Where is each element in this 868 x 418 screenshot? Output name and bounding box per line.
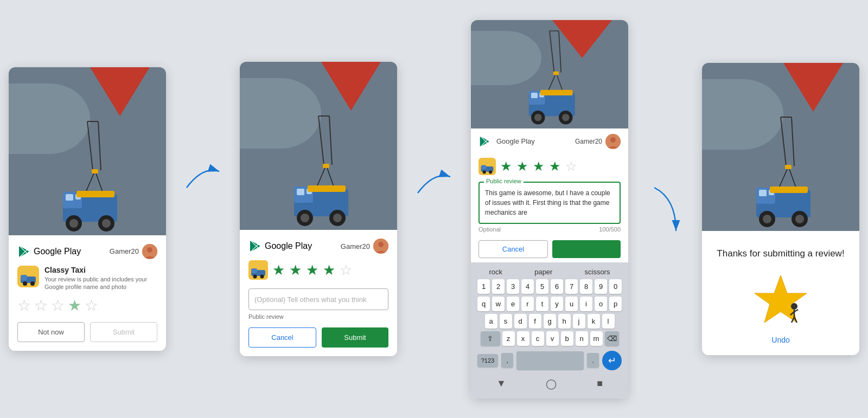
svg-point-82 [795, 215, 804, 223]
key-y[interactable]: y [551, 297, 563, 311]
key-w[interactable]: w [492, 297, 505, 311]
suggestion-rock[interactable]: rock [489, 268, 503, 276]
key-r[interactable]: r [521, 297, 534, 311]
nav-circle[interactable]: ◯ [539, 376, 563, 392]
comma-key[interactable]: , [501, 353, 513, 368]
key-8[interactable]: 8 [580, 279, 592, 294]
key-7[interactable]: 7 [565, 279, 578, 294]
key-i[interactable]: i [580, 297, 592, 311]
key-3[interactable]: 3 [507, 279, 519, 294]
star-5[interactable]: ☆ [85, 298, 98, 313]
s3-star5[interactable]: ☆ [565, 159, 577, 174]
key-l[interactable]: l [602, 314, 615, 329]
public-review-floating-label: Public review [484, 178, 524, 184]
gp-logo-text-3: Google Play [496, 137, 535, 145]
s3-star1[interactable]: ★ [500, 159, 512, 174]
submit-button-2[interactable]: Submit [322, 327, 388, 348]
shift-key[interactable]: ⇧ [481, 331, 500, 346]
key-b[interactable]: b [561, 331, 573, 346]
key-4[interactable]: 4 [521, 279, 534, 294]
key-s[interactable]: s [500, 314, 512, 329]
delete-key[interactable]: ⌫ [605, 331, 619, 346]
suggestion-scissors[interactable]: scissors [585, 268, 610, 276]
key-u[interactable]: u [565, 297, 578, 311]
gp-user-3: Gamer20 [575, 134, 621, 149]
app-icon-small-2 [248, 260, 268, 280]
cancel-button-2[interactable]: Cancel [248, 327, 316, 348]
star-4[interactable]: ★ [68, 298, 81, 313]
arrow1-svg [181, 155, 225, 198]
review-placeholder: (Optional) Tell others what you think [254, 295, 366, 304]
svg-point-36 [333, 214, 342, 222]
svg-line-69 [781, 117, 786, 166]
undo-button[interactable]: Undo [771, 336, 789, 344]
submit-button-disabled[interactable]: Submit [90, 322, 157, 342]
review-textarea-container[interactable]: Public review This game is awesome, but … [478, 182, 621, 224]
screens-container: Google Play Gamer20 [9, 20, 859, 398]
key-j[interactable]: j [573, 314, 585, 329]
svg-point-20 [23, 281, 27, 286]
svg-rect-3 [92, 169, 98, 173]
arrow3-container [643, 177, 687, 242]
key-9[interactable]: 9 [595, 279, 607, 294]
s3-star4[interactable]: ★ [549, 159, 561, 174]
key-n[interactable]: n [576, 331, 588, 346]
user-avatar-2 [373, 239, 388, 254]
nav-square[interactable]: ■ [590, 376, 609, 392]
key-m[interactable]: m [590, 331, 603, 346]
gp-user: Gamer20 [110, 244, 157, 259]
key-h[interactable]: h [558, 314, 571, 329]
submit-button-3[interactable] [552, 240, 621, 258]
cancel-button-3[interactable]: Cancel [478, 240, 548, 258]
screen2-star5[interactable]: ☆ [340, 262, 352, 279]
key-d[interactable]: d [514, 314, 527, 329]
not-now-button[interactable]: Not now [17, 322, 85, 342]
screen3-stars: ★ ★ ★ ★ ☆ [471, 155, 628, 178]
s3-star2[interactable]: ★ [516, 159, 528, 174]
screen2-star1[interactable]: ★ [272, 262, 285, 279]
svg-point-43 [253, 275, 257, 279]
star-3[interactable]: ☆ [51, 298, 65, 313]
key-0[interactable]: 0 [609, 279, 622, 294]
suggestion-paper[interactable]: paper [534, 268, 552, 276]
key-p[interactable]: p [609, 297, 622, 311]
star-1[interactable]: ☆ [17, 298, 31, 313]
key-c[interactable]: c [532, 331, 544, 346]
svg-point-16 [147, 247, 152, 253]
s3-star3[interactable]: ★ [533, 159, 545, 174]
screen2-star2[interactable]: ★ [289, 262, 302, 279]
key-z[interactable]: z [502, 331, 515, 346]
keyboard-suggestions: rock paper scissors [473, 266, 626, 279]
enter-key[interactable]: ↵ [602, 351, 622, 370]
key-q[interactable]: q [477, 297, 490, 311]
key-o[interactable]: o [595, 297, 607, 311]
key-6[interactable]: 6 [551, 279, 563, 294]
svg-point-21 [30, 281, 35, 286]
space-key[interactable] [516, 351, 584, 370]
key-f[interactable]: f [529, 314, 541, 329]
crane-truck-svg-2 [264, 111, 373, 230]
review-meta: Optional 100/500 [478, 226, 621, 233]
star-2[interactable]: ☆ [34, 298, 48, 313]
screen2-star4[interactable]: ★ [323, 262, 335, 279]
special-key[interactable]: ?123 [477, 354, 498, 367]
key-t[interactable]: t [536, 297, 548, 311]
screen2-bottom-panel: Google Play Gamer20 [240, 230, 397, 356]
key-2[interactable]: 2 [492, 279, 505, 294]
key-a[interactable]: a [485, 314, 497, 329]
svg-line-1 [98, 121, 101, 170]
key-x[interactable]: x [517, 331, 529, 346]
key-v[interactable]: v [546, 331, 559, 346]
key-5[interactable]: 5 [536, 279, 548, 294]
key-k[interactable]: k [588, 314, 600, 329]
key-e[interactable]: e [507, 297, 519, 311]
keyboard-nav: ▼ ◯ ■ [473, 372, 626, 395]
screen2-input-area[interactable]: (Optional) Tell others what you think [248, 288, 388, 310]
nav-down[interactable]: ▼ [490, 376, 513, 392]
screen1-stars[interactable]: ☆ ☆ ☆ ★ ☆ [17, 298, 157, 313]
screen2-star3[interactable]: ★ [306, 262, 318, 279]
period-key[interactable]: . [587, 353, 599, 368]
username-3: Gamer20 [575, 138, 602, 145]
key-1[interactable]: 1 [477, 279, 490, 294]
key-g[interactable]: g [544, 314, 556, 329]
